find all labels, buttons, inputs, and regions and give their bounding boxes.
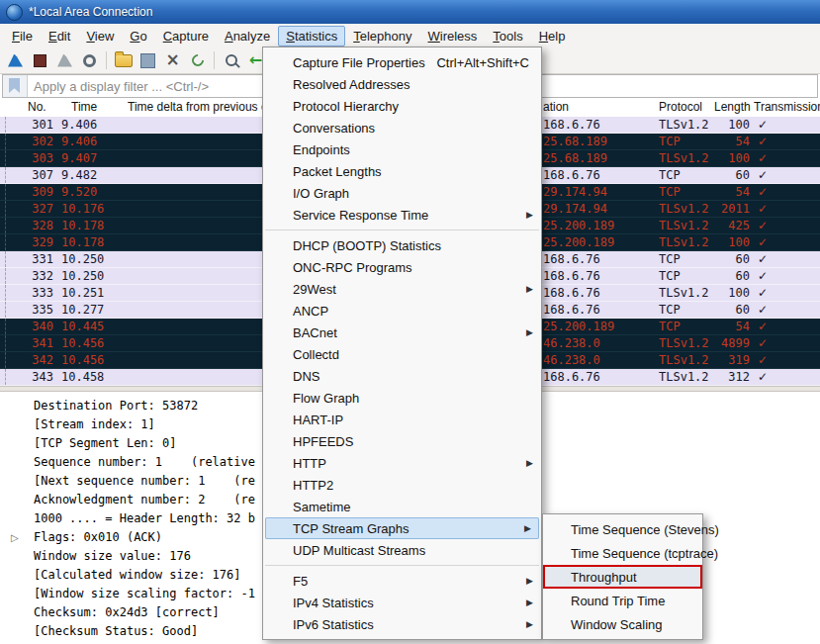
menu-view[interactable]: View bbox=[78, 26, 122, 46]
menu-item-endpoints[interactable]: Endpoints bbox=[263, 138, 541, 160]
menu-item-onc-rpc-programs[interactable]: ONC-RPC Programs bbox=[263, 256, 541, 278]
packet-length: 60 bbox=[698, 303, 750, 317]
submenu-arrow-icon: ▶ bbox=[526, 619, 533, 629]
packet-time: 10.251 bbox=[61, 286, 104, 300]
toolbar-separator bbox=[106, 51, 107, 69]
menu-item-packet-lengths[interactable]: Packet Lengths bbox=[263, 160, 541, 182]
packet-length: 312 bbox=[698, 370, 750, 384]
packet-time: 10.456 bbox=[61, 353, 104, 367]
start-capture-icon[interactable] bbox=[4, 49, 27, 71]
packet-destination: 25.200.189 bbox=[543, 235, 614, 249]
icon-shape bbox=[57, 54, 72, 67]
column-header-no[interactable]: No. bbox=[28, 100, 46, 114]
submenu-item-label: Time Sequence (Stevens) bbox=[571, 522, 719, 537]
menu-edit[interactable]: Edit bbox=[41, 26, 78, 46]
submenu-item-window-scaling[interactable]: Window Scaling bbox=[543, 612, 702, 636]
menu-statistics[interactable]: Statistics bbox=[278, 26, 345, 46]
column-header-time-delta-from-previous-ca[interactable]: Time delta from previous ca bbox=[128, 100, 274, 114]
menu-item-bacnet[interactable]: BACnet▶ bbox=[263, 322, 541, 343]
menu-analyze[interactable]: Analyze bbox=[217, 26, 278, 46]
menu-item-label: ONC-RPC Programs bbox=[293, 260, 412, 275]
menu-item-hpfeeds[interactable]: HPFEEDS bbox=[263, 430, 541, 452]
packet-length: 100 bbox=[698, 151, 750, 165]
icon-shape bbox=[115, 54, 133, 67]
menu-item-f5[interactable]: F5▶ bbox=[263, 570, 541, 592]
column-header-time[interactable]: Time bbox=[71, 100, 97, 114]
menu-item-label: ANCP bbox=[293, 304, 328, 319]
submenu-item-round-trip-time[interactable]: Round Trip Time bbox=[543, 589, 702, 612]
menu-item-tcp-stream-graphs[interactable]: TCP Stream Graphs▶ bbox=[265, 517, 539, 539]
menu-tools[interactable]: Tools bbox=[485, 26, 530, 46]
packet-no: 332 bbox=[8, 269, 53, 283]
menu-file[interactable]: File bbox=[4, 26, 41, 46]
save-file-icon[interactable] bbox=[137, 49, 159, 71]
menu-capture[interactable]: Capture bbox=[155, 26, 217, 46]
submenu-item-throughput[interactable]: Throughput bbox=[543, 565, 702, 589]
packet-time: 10.250 bbox=[61, 252, 104, 266]
stop-capture-icon[interactable] bbox=[29, 49, 51, 71]
column-header-ation[interactable]: ation bbox=[543, 100, 569, 114]
menu-item-dns[interactable]: DNS bbox=[263, 365, 541, 387]
menu-item-capture-file-properties[interactable]: Capture File PropertiesCtrl+Alt+Shift+C bbox=[263, 51, 541, 73]
submenu-item-label: Round Trip Time bbox=[571, 594, 665, 608]
menu-item-hart-ip[interactable]: HART-IP bbox=[263, 409, 541, 430]
column-header-transmission[interactable]: Transmission bbox=[754, 100, 820, 114]
submenu-item-time-sequence-tcptrace[interactable]: Time Sequence (tcptrace) bbox=[543, 541, 702, 565]
menu-item-protocol-hierarchy[interactable]: Protocol Hierarchy bbox=[263, 95, 541, 117]
capture-options-icon[interactable] bbox=[78, 49, 101, 71]
packet-checkmark-icon: ✓ bbox=[758, 219, 768, 232]
menu-wireless[interactable]: Wireless bbox=[420, 26, 486, 46]
bookmark-icon[interactable] bbox=[3, 75, 28, 97]
submenu-arrow-icon: ▶ bbox=[526, 327, 533, 337]
packet-length: 60 bbox=[698, 252, 750, 266]
icon-shape bbox=[8, 54, 23, 67]
packet-no: 342 bbox=[8, 353, 53, 367]
menu-item-ipv6-statistics[interactable]: IPv6 Statistics▶ bbox=[263, 613, 541, 635]
menu-go[interactable]: Go bbox=[122, 26, 154, 46]
menu-item-label: Collectd bbox=[293, 347, 339, 362]
menu-item-label: HART-IP bbox=[293, 413, 343, 427]
menu-item-i-o-graph[interactable]: I/O Graph bbox=[263, 182, 541, 204]
menu-bar: FileEditViewGoCaptureAnalyzeStatisticsTe… bbox=[0, 24, 820, 47]
menu-item-service-response-time[interactable]: Service Response Time▶ bbox=[263, 204, 541, 226]
menu-item-http[interactable]: HTTP▶ bbox=[263, 452, 541, 474]
expand-arrow-icon[interactable]: ▷ bbox=[11, 530, 19, 545]
restart-capture-icon[interactable] bbox=[53, 49, 76, 71]
menu-item-resolved-addresses[interactable]: Resolved Addresses bbox=[263, 73, 541, 95]
menu-item-ipv4-statistics[interactable]: IPv4 Statistics▶ bbox=[263, 592, 541, 613]
menu-item-label: HTTP bbox=[293, 456, 326, 471]
menu-item-sametime[interactable]: Sametime bbox=[263, 496, 541, 517]
packet-checkmark-icon: ✓ bbox=[758, 303, 768, 317]
menu-item-ancp[interactable]: ANCP bbox=[263, 300, 541, 322]
menu-item-label: UDP Multicast Streams bbox=[293, 543, 425, 558]
menu-item-label: I/O Graph bbox=[293, 186, 349, 201]
packet-checkmark-icon: ✓ bbox=[758, 353, 768, 367]
open-file-icon[interactable] bbox=[112, 49, 135, 71]
menu-item-dhcp-bootp-statistics[interactable]: DHCP (BOOTP) Statistics bbox=[263, 234, 541, 256]
packet-destination: 25.200.189 bbox=[543, 219, 614, 232]
packet-time: 10.445 bbox=[61, 320, 104, 333]
packet-no: 327 bbox=[8, 202, 53, 216]
find-packet-icon[interactable] bbox=[220, 49, 242, 71]
close-file-icon[interactable] bbox=[161, 49, 184, 71]
menu-help[interactable]: Help bbox=[531, 26, 574, 46]
packet-protocol: TCP bbox=[659, 135, 681, 148]
menu-item-collectd[interactable]: Collectd bbox=[263, 343, 541, 365]
menu-item-flow-graph[interactable]: Flow Graph bbox=[263, 387, 541, 409]
column-header-length[interactable]: Length bbox=[714, 100, 751, 114]
packet-destination: 25.68.189 bbox=[543, 135, 607, 148]
menu-item-label: Sametime bbox=[293, 500, 351, 514]
menu-item-29west[interactable]: 29West▶ bbox=[263, 278, 541, 300]
wireshark-window: *Local Area Connection FileEditViewGoCap… bbox=[0, 0, 820, 644]
menu-item-http2[interactable]: HTTP2 bbox=[263, 474, 541, 496]
menu-item-udp-multicast-streams[interactable]: UDP Multicast Streams bbox=[263, 539, 541, 561]
menu-telephony[interactable]: Telephony bbox=[345, 26, 419, 46]
submenu-item-time-sequence-stevens[interactable]: Time Sequence (Stevens) bbox=[543, 517, 702, 541]
packet-checkmark-icon: ✓ bbox=[758, 336, 768, 350]
column-header-protocol[interactable]: Protocol bbox=[659, 100, 702, 114]
detail-text: Acknowledgment number: 2 (re bbox=[34, 493, 255, 506]
menu-item-conversations[interactable]: Conversations bbox=[263, 117, 541, 138]
reload-file-icon[interactable] bbox=[186, 49, 209, 71]
packet-destination: 29.174.94 bbox=[543, 185, 607, 199]
window-title: *Local Area Connection bbox=[29, 5, 152, 19]
